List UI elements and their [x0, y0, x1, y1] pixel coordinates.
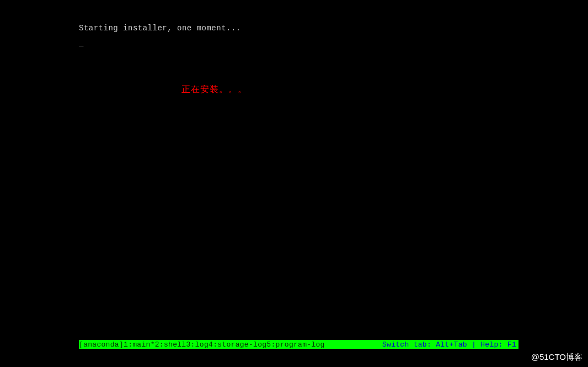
anaconda-tab-bar: [anaconda] 1:main* 2:shell 3:log 4:stora…: [79, 340, 518, 349]
tab-bar-prefix: [anaconda]: [79, 341, 124, 349]
terminal-screen: Starting installer, one moment... _ 正在安装…: [0, 0, 588, 367]
switch-tab-help: Switch tab: Alt+Tab | Help: F1: [382, 341, 516, 349]
tab-main[interactable]: 1:main*: [124, 341, 155, 349]
installing-annotation: 正在安装。。。: [181, 84, 247, 95]
installer-status-text: Starting installer, one moment...: [79, 24, 241, 33]
tab-program-log[interactable]: 5:program-log: [266, 341, 324, 349]
terminal-cursor: _: [79, 39, 83, 47]
tab-log[interactable]: 3:log: [186, 341, 209, 349]
watermark-text: @51CTO博客: [531, 352, 582, 363]
tab-storage-log[interactable]: 4:storage-log: [209, 341, 266, 349]
tab-shell[interactable]: 2:shell: [155, 341, 186, 349]
